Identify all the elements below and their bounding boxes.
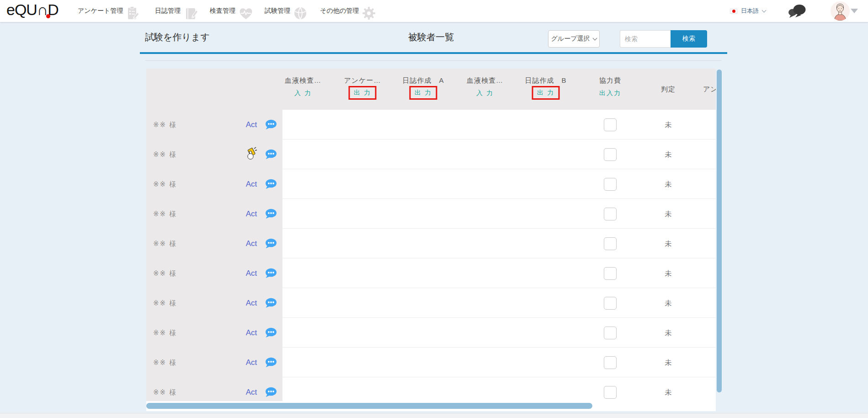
account-dropdown-caret[interactable] [851, 9, 858, 13]
act-link[interactable]: Act [246, 299, 257, 308]
table-row: ※※ 様Act未 [146, 229, 716, 258]
nav-item-exam-management[interactable]: 検査管理 [210, 0, 254, 22]
vertical-scrollbar-thumb[interactable] [717, 70, 722, 392]
chat-bubble-icon[interactable] [265, 238, 277, 249]
logo-text: eQU∩D [6, 1, 59, 18]
page-title-subject-list: 被験者一覧 [408, 31, 454, 43]
subject-name: ※※ 様 [153, 180, 177, 188]
search-button[interactable]: 検索 [671, 30, 707, 48]
judgement-value: 未 [665, 269, 672, 278]
column-header: アンケー…出 力 [344, 69, 381, 110]
act-link[interactable]: Act [246, 180, 257, 189]
subject-name: ※※ 様 [153, 209, 177, 218]
table-header: 血液検査…入 力アンケー…出 力日誌作成 A出 力血液検査…入 力日誌作成 B出… [146, 69, 716, 110]
click-cursor-icon [245, 147, 257, 162]
logo-red-dot [46, 14, 50, 18]
nav-item-other-management[interactable]: その他の管理 [320, 0, 376, 22]
fee-checkbox[interactable] [604, 327, 617, 339]
input-output-action-link[interactable]: 入 力 [294, 89, 312, 97]
nav-item-trial-management[interactable]: 試験管理 [265, 0, 308, 22]
column-header: 血液検査…入 力 [285, 69, 321, 110]
messages-icon[interactable] [787, 3, 807, 21]
chat-bubble-icon[interactable] [265, 119, 277, 130]
horizontal-scrollbar-thumb[interactable] [146, 403, 592, 409]
fee-checkbox[interactable] [604, 267, 617, 280]
output-action-link-highlighted[interactable]: 出 力 [348, 86, 377, 100]
output-action-link-highlighted[interactable]: 出 力 [532, 86, 560, 100]
chevron-down-icon [762, 8, 767, 12]
act-link[interactable]: Act [246, 328, 257, 338]
subject-name: ※※ 様 [153, 120, 177, 129]
table-row: ※※ 様Act未 [146, 348, 716, 377]
chat-bubble-icon[interactable] [265, 149, 277, 160]
act-link[interactable]: Act [246, 388, 257, 397]
table-scroll-area: 血液検査…入 力アンケー…出 力日誌作成 A出 力血液検査…入 力日誌作成 B出… [146, 69, 716, 401]
fee-checkbox[interactable] [604, 386, 617, 399]
table-row: ※※ 様Act未 [146, 199, 716, 229]
fee-checkbox[interactable] [604, 148, 617, 161]
fee-checkbox[interactable] [604, 178, 617, 191]
judgement-value: 未 [665, 388, 672, 397]
fee-checkbox[interactable] [604, 356, 617, 369]
column-header: 日誌作成 A出 力 [402, 69, 444, 110]
group-select-dropdown[interactable]: グループ選択 [548, 30, 600, 48]
column-header: 日誌作成 B出 力 [525, 69, 566, 110]
subheader-divider [145, 60, 721, 61]
chat-bubble-icon[interactable] [265, 179, 277, 190]
column-header: 血液検査…入 力 [467, 69, 503, 110]
subject-table: 血液検査…入 力アンケー…出 力日誌作成 A出 力血液検査…入 力日誌作成 B出… [146, 69, 716, 411]
subject-name: ※※ 様 [153, 358, 177, 367]
judgement-value: 未 [665, 150, 672, 159]
column-title: 血液検査… [285, 76, 321, 85]
input-output-action-link[interactable]: 出入力 [599, 89, 621, 97]
chat-bubble-icon[interactable] [265, 327, 277, 338]
input-output-action-link[interactable]: 入 力 [476, 89, 494, 97]
column-title: 協力費 [599, 76, 621, 85]
nav-item-label: アンケート管理 [78, 7, 123, 15]
table-body: ※※ 様Act未※※ 様未※※ 様Act未※※ 様Act未※※ 様Act未※※ … [146, 110, 716, 401]
column-header: 協力費出入力 [599, 69, 621, 110]
table-row: ※※ 様Act未 [146, 318, 716, 348]
fee-checkbox[interactable] [604, 297, 617, 310]
chat-bubble-icon[interactable] [265, 387, 277, 398]
heart-pulse-icon [238, 6, 254, 21]
nav-item-survey-management[interactable]: アンケート管理 [78, 0, 139, 22]
fee-checkbox[interactable] [604, 208, 617, 220]
table-row: ※※ 様Act未 [146, 288, 716, 318]
table-row: ※※ 様未 [146, 139, 716, 169]
chat-bubble-icon[interactable] [265, 209, 277, 220]
output-action-link-highlighted[interactable]: 出 力 [409, 86, 437, 100]
column-title: 日誌作成 B [525, 76, 566, 85]
search-input[interactable] [620, 30, 671, 48]
nav-item-label: その他の管理 [320, 7, 359, 15]
user-avatar[interactable] [831, 1, 850, 21]
fee-checkbox[interactable] [604, 237, 617, 250]
accent-divider [140, 52, 727, 54]
chat-bubble-icon[interactable] [265, 298, 277, 309]
nav-item-label: 試験管理 [265, 7, 290, 15]
act-link[interactable]: Act [246, 120, 257, 129]
subject-name: ※※ 様 [153, 388, 177, 397]
gear-icon [362, 6, 376, 22]
table-row: ※※ 様Act未 [146, 377, 716, 401]
table-row: ※※ 様Act未 [146, 169, 716, 199]
fee-checkbox[interactable] [604, 118, 617, 131]
language-selector[interactable]: 日本語 [730, 0, 766, 22]
act-link[interactable]: Act [246, 239, 257, 248]
nav-item-diary-management[interactable]: 日誌管理 [155, 0, 198, 22]
chat-bubble-icon[interactable] [265, 357, 277, 368]
judgement-value: 未 [665, 120, 672, 129]
judgement-value: 未 [665, 299, 672, 307]
subject-name: ※※ 様 [153, 328, 177, 337]
search-bar: 検索 [620, 30, 707, 48]
app-logo[interactable]: eQU∩D [6, 1, 59, 19]
act-link[interactable]: Act [246, 209, 257, 219]
japan-flag-icon [730, 9, 737, 14]
subject-name: ※※ 様 [153, 269, 177, 278]
act-link[interactable]: Act [246, 269, 257, 278]
act-link[interactable]: Act [246, 358, 257, 367]
chat-bubble-icon[interactable] [265, 268, 277, 279]
group-select-label: グループ選択 [551, 35, 590, 43]
nav-item-label: 検査管理 [210, 7, 235, 15]
column-title: アン [703, 85, 716, 94]
